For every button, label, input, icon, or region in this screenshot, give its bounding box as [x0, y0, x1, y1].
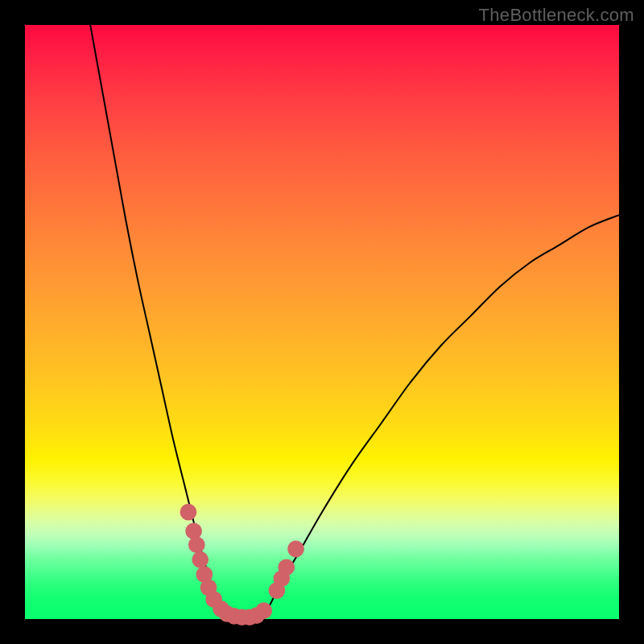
chart-svg — [25, 25, 619, 619]
chart-marker — [287, 541, 304, 558]
chart-canvas: TheBottleneck.com — [0, 0, 644, 644]
chart-marker — [192, 551, 208, 568]
chart-marker — [278, 559, 295, 576]
curve-layer — [90, 25, 619, 620]
chart-marker — [255, 602, 272, 619]
chart-marker — [188, 536, 205, 553]
chart-marker — [180, 504, 197, 521]
chart-marker — [185, 522, 202, 539]
marker-layer — [180, 504, 304, 625]
bottleneck-curve — [90, 25, 619, 620]
watermark-text: TheBottleneck.com — [479, 5, 634, 26]
